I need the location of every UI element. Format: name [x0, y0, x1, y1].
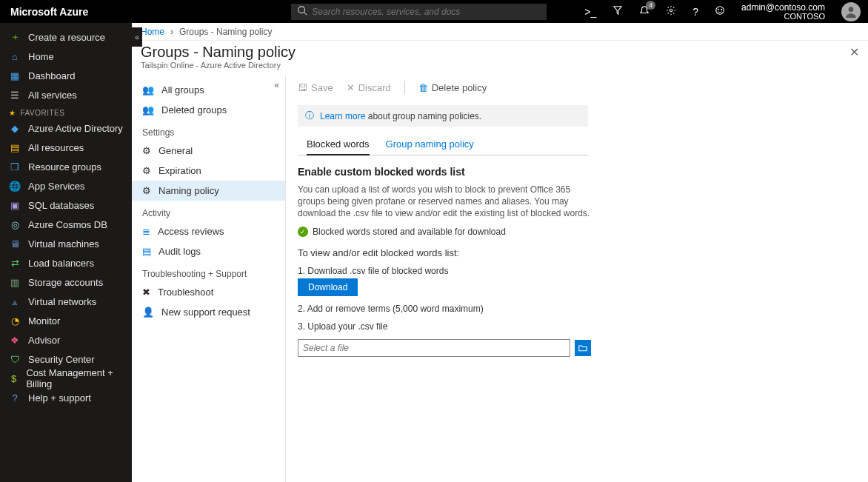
nav-help[interactable]: ?Help + support [0, 388, 132, 407]
menu-expiration[interactable]: ⚙Expiration [132, 161, 285, 181]
nav-all-services[interactable]: ☰All services [0, 85, 132, 104]
nav-vnet[interactable]: ⟁Virtual networks [0, 292, 132, 311]
menu-troubleshoot[interactable]: ✖Troubleshoot [132, 282, 285, 302]
star-icon: ★ [9, 109, 16, 117]
svg-point-4 [716, 7, 724, 15]
file-input[interactable] [298, 339, 570, 357]
cloud-shell-icon[interactable]: >_ [584, 6, 596, 18]
help-icon[interactable]: ? [692, 6, 698, 18]
save-button[interactable]: 🖫Save [298, 82, 333, 93]
svg-marker-2 [614, 7, 622, 15]
page-title: Groups - Naming policy [141, 44, 859, 61]
step-1-text: 1. Download .csv file of blocked words [298, 266, 591, 276]
menu-new-support[interactable]: 👤New support request [132, 302, 285, 322]
cmd-separator [404, 81, 405, 94]
nav-security[interactable]: 🛡Security Center [0, 349, 132, 369]
step-1: 1. Download .csv file of blocked words D… [298, 266, 591, 296]
nav-aad[interactable]: ◆Azure Active Directory [0, 118, 132, 138]
nav-resource-groups[interactable]: ❒Resource groups [0, 157, 132, 176]
aad-icon: ◆ [9, 122, 21, 134]
nav-favorites-header: ★FAVORITES [0, 104, 132, 118]
download-button[interactable]: Download [298, 278, 358, 296]
global-search[interactable] [291, 4, 547, 20]
info-icon: ⓘ [305, 110, 314, 122]
gear-icon: ⚙ [142, 185, 151, 196]
directory-filter-icon[interactable] [612, 5, 623, 18]
wrench-icon: ✖ [142, 287, 150, 298]
nav-app-services[interactable]: 🌐App Services [0, 176, 132, 195]
svg-point-0 [298, 7, 305, 13]
home-icon: ⌂ [9, 50, 21, 62]
list-icon: ≣ [142, 226, 150, 237]
global-search-input[interactable] [312, 7, 541, 17]
trash-icon: 🗑 [418, 82, 428, 93]
svg-point-6 [721, 9, 722, 10]
svg-point-5 [718, 9, 718, 10]
advisor-icon: ❖ [9, 334, 21, 346]
nav-create-resource[interactable]: ＋Create a resource [0, 27, 132, 47]
menu-audit-logs[interactable]: ▤Audit logs [132, 241, 285, 261]
nav-lb[interactable]: ⇄Load balancers [0, 253, 132, 272]
account-block[interactable]: admin@contoso.com CONTOSO [741, 3, 825, 21]
svg-line-1 [304, 13, 307, 16]
learn-more-link[interactable]: Learn more [320, 111, 365, 121]
chevron-right-icon: › [170, 27, 173, 37]
nav-cost[interactable]: $Cost Management + Billing [0, 369, 132, 388]
plus-icon: ＋ [9, 31, 21, 43]
storage-icon: ▥ [9, 276, 21, 288]
settings-icon[interactable] [666, 5, 676, 18]
notifications-icon[interactable]: 4 [639, 5, 650, 18]
search-icon [297, 5, 307, 18]
nav-storage[interactable]: ▥Storage accounts [0, 272, 132, 292]
step-3: 3. Upload your .csv file [298, 321, 591, 332]
banner-text: about group naming policies. [365, 111, 481, 121]
shield-icon: 🛡 [9, 353, 21, 365]
svg-point-7 [849, 7, 854, 12]
menu-deleted-groups[interactable]: 👥Deleted groups [132, 100, 285, 120]
steps-title: To view and/or edit blocked words list: [298, 247, 591, 258]
tab-blocked-words[interactable]: Blocked words [307, 134, 370, 155]
cosmos-icon: ◎ [9, 218, 21, 230]
nav-dashboard[interactable]: ▦Dashboard [0, 66, 132, 85]
status-line: ✓ Blocked words stored and available for… [298, 227, 591, 237]
tab-group-naming-policy[interactable]: Group naming policy [386, 134, 474, 155]
leftnav-collapse[interactable]: « [132, 27, 142, 47]
breadcrumb-home[interactable]: Home [141, 27, 164, 37]
feedback-icon[interactable] [715, 5, 725, 18]
account-tenant: CONTOSO [741, 12, 825, 21]
delete-policy-button[interactable]: 🗑Delete policy [418, 82, 487, 93]
menu-access-reviews[interactable]: ≣Access reviews [132, 221, 285, 241]
section-description: You can upload a list of words you wish … [298, 184, 591, 219]
discard-icon: ✕ [347, 82, 355, 93]
folder-icon [578, 344, 587, 352]
nav-home[interactable]: ⌂Home [0, 47, 132, 66]
file-browse-button[interactable] [575, 340, 591, 356]
nav-all-resources[interactable]: ▤All resources [0, 138, 132, 157]
cost-icon: $ [9, 372, 19, 384]
nav-vms[interactable]: 🖥Virtual machines [0, 234, 132, 253]
menu-general[interactable]: ⚙General [132, 141, 285, 161]
close-blade-button[interactable]: ✕ [849, 45, 859, 59]
nav-monitor[interactable]: ◔Monitor [0, 311, 132, 330]
list-icon: ☰ [9, 89, 21, 101]
nav-cosmos[interactable]: ◎Azure Cosmos DB [0, 215, 132, 234]
support-icon: ? [9, 392, 21, 404]
nav-advisor[interactable]: ❖Advisor [0, 330, 132, 349]
deleted-groups-icon: 👥 [142, 104, 154, 116]
lb-icon: ⇄ [9, 257, 21, 269]
avatar[interactable] [841, 2, 861, 21]
menu-all-groups[interactable]: 👥All groups [132, 80, 285, 100]
menu-naming-policy[interactable]: ⚙Naming policy [132, 181, 285, 201]
blade-menu: « 👥All groups 👥Deleted groups Settings ⚙… [132, 76, 286, 482]
step-2: 2. Add or remove terms (5,000 word maxim… [298, 304, 591, 314]
discard-button[interactable]: ✕Discard [347, 82, 391, 93]
page-header: Groups - Naming policy Tailspin Online -… [132, 41, 868, 76]
breadcrumb: Home › Groups - Naming policy [132, 23, 868, 41]
content-section: Enable custom blocked words list You can… [289, 155, 600, 367]
blade-menu-collapse[interactable]: « [274, 80, 279, 90]
nav-sql[interactable]: ▣SQL databases [0, 195, 132, 215]
globe-icon: 🌐 [9, 180, 21, 192]
sql-icon: ▣ [9, 199, 21, 211]
vm-icon: 🖥 [9, 238, 21, 250]
dashboard-icon: ▦ [9, 70, 21, 81]
